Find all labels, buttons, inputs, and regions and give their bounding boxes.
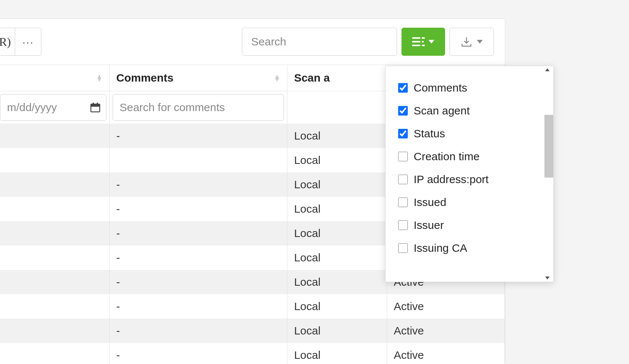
r-button[interactable]: R) xyxy=(0,28,15,56)
column-checkbox[interactable] xyxy=(398,175,408,184)
column-option-label: Status xyxy=(414,127,445,140)
sort-icon[interactable]: ▲▼ xyxy=(274,75,280,81)
column-checkbox[interactable] xyxy=(398,220,408,230)
svg-rect-1 xyxy=(412,41,420,42)
cell-comments: - xyxy=(109,294,287,319)
column-option-label: Issued xyxy=(414,196,446,209)
column-checkbox[interactable] xyxy=(398,106,408,116)
more-actions-button[interactable]: ... xyxy=(15,28,41,56)
cell-agent: Local xyxy=(287,245,387,270)
date-filter-input[interactable] xyxy=(0,94,106,121)
column-checkbox[interactable] xyxy=(398,152,408,161)
caret-down-icon xyxy=(428,40,434,44)
cell-agent: Local xyxy=(287,221,387,245)
table-row[interactable]: -LocalActive xyxy=(0,343,505,364)
cell-status: Active xyxy=(387,343,505,364)
cell-comments: - xyxy=(109,172,287,197)
cell-date xyxy=(0,124,109,148)
cell-agent: Local xyxy=(287,294,387,319)
cell-comments: - xyxy=(109,124,287,148)
svg-rect-2 xyxy=(412,45,420,46)
column-option-label: Creation time xyxy=(414,150,479,163)
cell-agent: Local xyxy=(287,270,387,294)
scrollbar-track[interactable] xyxy=(544,73,553,274)
cell-date xyxy=(0,172,109,197)
download-button[interactable] xyxy=(449,28,494,56)
cell-comments: - xyxy=(109,245,287,270)
column-option-label: Issuer xyxy=(414,219,444,231)
cell-agent: Local xyxy=(287,148,387,172)
sort-icon[interactable]: ▲▼ xyxy=(96,75,103,81)
column-option-label: Comments xyxy=(414,82,467,94)
cell-comments: - xyxy=(109,197,287,221)
cell-agent: Local xyxy=(287,319,387,343)
table-row[interactable]: -LocalActive xyxy=(0,294,505,319)
toolbar: R) ... xyxy=(0,19,505,65)
cell-date xyxy=(0,221,109,245)
column-option[interactable]: Creation time xyxy=(386,145,553,168)
column-header-date[interactable]: ▲▼ xyxy=(0,65,109,91)
column-option[interactable]: IP address:port xyxy=(386,168,553,191)
download-icon xyxy=(461,36,472,48)
svg-rect-5 xyxy=(422,45,425,46)
cell-date xyxy=(0,319,109,343)
column-header-comments[interactable]: Comments ▲▼ xyxy=(109,65,287,91)
cell-comments: - xyxy=(109,270,287,294)
cell-agent: Local xyxy=(287,124,387,148)
scroll-down-arrow[interactable] xyxy=(386,274,553,282)
cell-date xyxy=(0,270,109,294)
column-checkbox[interactable] xyxy=(398,243,408,253)
toolbar-left-group: R) ... xyxy=(0,28,41,56)
columns-icon xyxy=(412,37,425,47)
cell-date xyxy=(0,343,109,364)
column-option-label: Scan agent xyxy=(414,104,470,117)
comments-filter-input[interactable] xyxy=(113,94,284,121)
column-checkbox[interactable] xyxy=(398,129,408,138)
scrollbar-thumb[interactable] xyxy=(544,115,553,178)
column-option[interactable]: Issued xyxy=(386,191,553,214)
cell-date xyxy=(0,294,109,319)
cell-status: Active xyxy=(387,294,505,319)
column-option[interactable]: Issuer xyxy=(386,214,553,237)
column-option[interactable]: Comments xyxy=(386,76,553,99)
column-picker-dropdown: CommentsScan agentStatusCreation timeIP … xyxy=(385,66,554,282)
column-option[interactable]: Status xyxy=(386,122,553,145)
columns-picker-button[interactable] xyxy=(401,28,445,56)
column-checkbox[interactable] xyxy=(398,83,408,93)
cell-date xyxy=(0,197,109,221)
column-option[interactable]: Issuing CA xyxy=(386,237,553,260)
cell-comments: - xyxy=(109,221,287,245)
cell-comments: - xyxy=(109,319,287,343)
cell-agent: Local xyxy=(287,197,387,221)
cell-comments xyxy=(109,148,287,172)
column-option-label: Issuing CA xyxy=(414,242,467,254)
dropdown-body: CommentsScan agentStatusCreation timeIP … xyxy=(386,73,553,274)
table-row[interactable]: -LocalActive xyxy=(0,319,505,343)
cell-agent: Local xyxy=(287,172,387,197)
column-option-label: IP address:port xyxy=(414,173,489,186)
cell-status: Active xyxy=(387,319,505,343)
caret-down-icon xyxy=(477,40,483,44)
column-option[interactable]: Scan agent xyxy=(386,99,553,122)
cell-date xyxy=(0,245,109,270)
search-input[interactable] xyxy=(242,28,397,56)
svg-rect-3 xyxy=(422,37,425,39)
svg-rect-0 xyxy=(412,37,420,39)
cell-comments: - xyxy=(109,343,287,364)
cell-agent: Local xyxy=(287,343,387,364)
cell-date xyxy=(0,148,109,172)
svg-rect-4 xyxy=(422,41,424,42)
scroll-up-arrow[interactable] xyxy=(386,66,553,73)
column-header-scan-agent[interactable]: Scan a xyxy=(287,65,387,91)
column-checkbox[interactable] xyxy=(398,198,408,207)
